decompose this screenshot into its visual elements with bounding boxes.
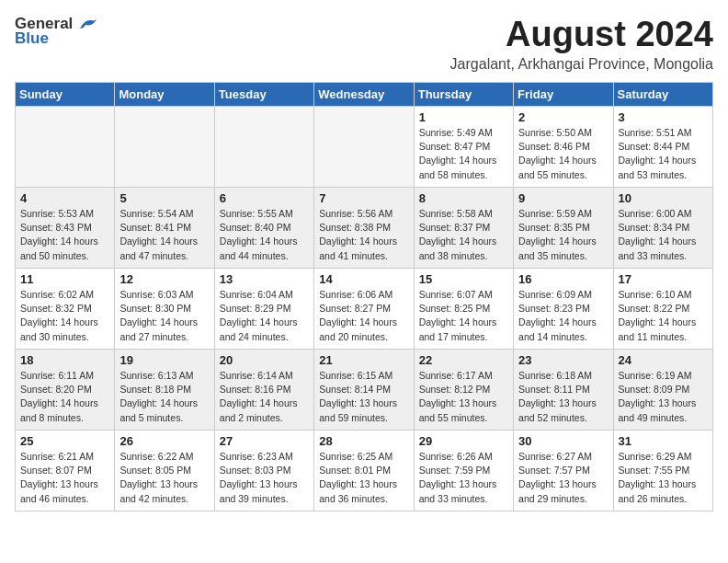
table-row: 25Sunrise: 6:21 AM Sunset: 8:07 PM Dayli…: [16, 431, 115, 511]
day-number: 30: [518, 434, 608, 448]
table-row: 7Sunrise: 5:56 AM Sunset: 8:38 PM Daylig…: [314, 188, 414, 269]
day-number: 27: [220, 434, 309, 448]
cell-info: Sunrise: 6:23 AM Sunset: 8:03 PM Dayligh…: [220, 450, 309, 506]
table-row: 6Sunrise: 5:55 AM Sunset: 8:40 PM Daylig…: [214, 188, 313, 269]
calendar-week-row: 4Sunrise: 5:53 AM Sunset: 8:43 PM Daylig…: [16, 188, 713, 269]
calendar-header-row: Sunday Monday Tuesday Wednesday Thursday…: [16, 83, 713, 107]
cell-info: Sunrise: 6:14 AM Sunset: 8:16 PM Dayligh…: [220, 369, 309, 425]
day-number: 17: [619, 272, 708, 286]
table-row: 18Sunrise: 6:11 AM Sunset: 8:20 PM Dayli…: [16, 350, 115, 431]
table-row: 9Sunrise: 5:59 AM Sunset: 8:35 PM Daylig…: [514, 188, 613, 269]
header-tuesday: Tuesday: [214, 83, 313, 107]
table-row: 29Sunrise: 6:26 AM Sunset: 7:59 PM Dayli…: [414, 431, 513, 511]
header-monday: Monday: [115, 83, 214, 107]
day-number: 29: [419, 434, 508, 448]
table-row: [214, 107, 313, 188]
cell-info: Sunrise: 5:49 AM Sunset: 8:47 PM Dayligh…: [419, 126, 508, 182]
table-row: 27Sunrise: 6:23 AM Sunset: 8:03 PM Dayli…: [214, 431, 313, 511]
cell-info: Sunrise: 6:11 AM Sunset: 8:20 PM Dayligh…: [20, 369, 109, 425]
cell-info: Sunrise: 6:09 AM Sunset: 8:23 PM Dayligh…: [518, 288, 608, 344]
cell-info: Sunrise: 6:15 AM Sunset: 8:14 PM Dayligh…: [319, 369, 408, 425]
day-number: 12: [119, 272, 209, 286]
day-number: 5: [119, 191, 209, 205]
calendar-week-row: 18Sunrise: 6:11 AM Sunset: 8:20 PM Dayli…: [16, 350, 713, 431]
cell-info: Sunrise: 6:21 AM Sunset: 8:07 PM Dayligh…: [20, 450, 109, 506]
cell-info: Sunrise: 6:02 AM Sunset: 8:32 PM Dayligh…: [20, 288, 109, 344]
day-number: 20: [220, 353, 309, 367]
cell-info: Sunrise: 6:04 AM Sunset: 8:29 PM Dayligh…: [220, 288, 309, 344]
table-row: 19Sunrise: 6:13 AM Sunset: 8:18 PM Dayli…: [115, 350, 214, 431]
cell-info: Sunrise: 6:10 AM Sunset: 8:22 PM Dayligh…: [619, 288, 708, 344]
cell-info: Sunrise: 5:53 AM Sunset: 8:43 PM Dayligh…: [20, 207, 109, 263]
table-row: 5Sunrise: 5:54 AM Sunset: 8:41 PM Daylig…: [115, 188, 214, 269]
table-row: [314, 107, 414, 188]
day-number: 26: [119, 434, 209, 448]
day-number: 8: [419, 191, 508, 205]
location-title: Jargalant, Arkhangai Province, Mongolia: [450, 56, 713, 73]
table-row: [115, 107, 214, 188]
cell-info: Sunrise: 5:51 AM Sunset: 8:44 PM Dayligh…: [619, 126, 708, 182]
day-number: 28: [319, 434, 408, 448]
table-row: 2Sunrise: 5:50 AM Sunset: 8:46 PM Daylig…: [514, 107, 613, 188]
header-friday: Friday: [514, 83, 613, 107]
cell-info: Sunrise: 6:17 AM Sunset: 8:12 PM Dayligh…: [419, 369, 508, 425]
table-row: 20Sunrise: 6:14 AM Sunset: 8:16 PM Dayli…: [214, 350, 313, 431]
calendar-week-row: 25Sunrise: 6:21 AM Sunset: 8:07 PM Dayli…: [16, 431, 713, 511]
cell-info: Sunrise: 6:00 AM Sunset: 8:34 PM Dayligh…: [619, 207, 708, 263]
header-wednesday: Wednesday: [314, 83, 414, 107]
cell-info: Sunrise: 6:19 AM Sunset: 8:09 PM Dayligh…: [619, 369, 708, 425]
title-area: August 2024 Jargalant, Arkhangai Provinc…: [450, 15, 713, 73]
calendar-table: Sunday Monday Tuesday Wednesday Thursday…: [15, 82, 713, 511]
table-row: 31Sunrise: 6:29 AM Sunset: 7:55 PM Dayli…: [613, 431, 712, 511]
day-number: 21: [319, 353, 408, 367]
day-number: 10: [619, 191, 708, 205]
day-number: 22: [419, 353, 508, 367]
table-row: 16Sunrise: 6:09 AM Sunset: 8:23 PM Dayli…: [514, 269, 613, 350]
table-row: 26Sunrise: 6:22 AM Sunset: 8:05 PM Dayli…: [115, 431, 214, 511]
header: General Blue August 2024 Jargalant, Arkh…: [15, 15, 713, 73]
cell-info: Sunrise: 5:55 AM Sunset: 8:40 PM Dayligh…: [220, 207, 309, 263]
month-title: August 2024: [450, 15, 713, 54]
day-number: 24: [619, 353, 708, 367]
day-number: 13: [220, 272, 309, 286]
header-sunday: Sunday: [16, 83, 115, 107]
cell-info: Sunrise: 6:07 AM Sunset: 8:25 PM Dayligh…: [419, 288, 508, 344]
day-number: 18: [20, 353, 109, 367]
day-number: 3: [619, 110, 708, 124]
day-number: 14: [319, 272, 408, 286]
cell-info: Sunrise: 6:03 AM Sunset: 8:30 PM Dayligh…: [119, 288, 209, 344]
table-row: 14Sunrise: 6:06 AM Sunset: 8:27 PM Dayli…: [314, 269, 414, 350]
day-number: 25: [20, 434, 109, 448]
cell-info: Sunrise: 6:25 AM Sunset: 8:01 PM Dayligh…: [319, 450, 408, 506]
table-row: 21Sunrise: 6:15 AM Sunset: 8:14 PM Dayli…: [314, 350, 414, 431]
cell-info: Sunrise: 5:56 AM Sunset: 8:38 PM Dayligh…: [319, 207, 408, 263]
cell-info: Sunrise: 6:18 AM Sunset: 8:11 PM Dayligh…: [518, 369, 608, 425]
table-row: 8Sunrise: 5:58 AM Sunset: 8:37 PM Daylig…: [414, 188, 513, 269]
day-number: 23: [518, 353, 608, 367]
day-number: 16: [518, 272, 608, 286]
cell-info: Sunrise: 6:26 AM Sunset: 7:59 PM Dayligh…: [419, 450, 508, 506]
day-number: 15: [419, 272, 508, 286]
day-number: 11: [20, 272, 109, 286]
day-number: 4: [20, 191, 109, 205]
calendar-week-row: 11Sunrise: 6:02 AM Sunset: 8:32 PM Dayli…: [16, 269, 713, 350]
day-number: 7: [319, 191, 408, 205]
table-row: 22Sunrise: 6:17 AM Sunset: 8:12 PM Dayli…: [414, 350, 513, 431]
header-saturday: Saturday: [613, 83, 712, 107]
table-row: 13Sunrise: 6:04 AM Sunset: 8:29 PM Dayli…: [214, 269, 313, 350]
table-row: 4Sunrise: 5:53 AM Sunset: 8:43 PM Daylig…: [16, 188, 115, 269]
header-thursday: Thursday: [414, 83, 513, 107]
table-row: 24Sunrise: 6:19 AM Sunset: 8:09 PM Dayli…: [613, 350, 712, 431]
cell-info: Sunrise: 5:59 AM Sunset: 8:35 PM Dayligh…: [518, 207, 608, 263]
cell-info: Sunrise: 6:06 AM Sunset: 8:27 PM Dayligh…: [319, 288, 408, 344]
day-number: 31: [619, 434, 708, 448]
table-row: 11Sunrise: 6:02 AM Sunset: 8:32 PM Dayli…: [16, 269, 115, 350]
day-number: 2: [518, 110, 608, 124]
table-row: 17Sunrise: 6:10 AM Sunset: 8:22 PM Dayli…: [613, 269, 712, 350]
logo-bird-icon: [76, 16, 100, 32]
cell-info: Sunrise: 5:58 AM Sunset: 8:37 PM Dayligh…: [419, 207, 508, 263]
table-row: 10Sunrise: 6:00 AM Sunset: 8:34 PM Dayli…: [613, 188, 712, 269]
cell-info: Sunrise: 6:22 AM Sunset: 8:05 PM Dayligh…: [119, 450, 209, 506]
table-row: 3Sunrise: 5:51 AM Sunset: 8:44 PM Daylig…: [613, 107, 712, 188]
cell-info: Sunrise: 6:27 AM Sunset: 7:57 PM Dayligh…: [518, 450, 608, 506]
